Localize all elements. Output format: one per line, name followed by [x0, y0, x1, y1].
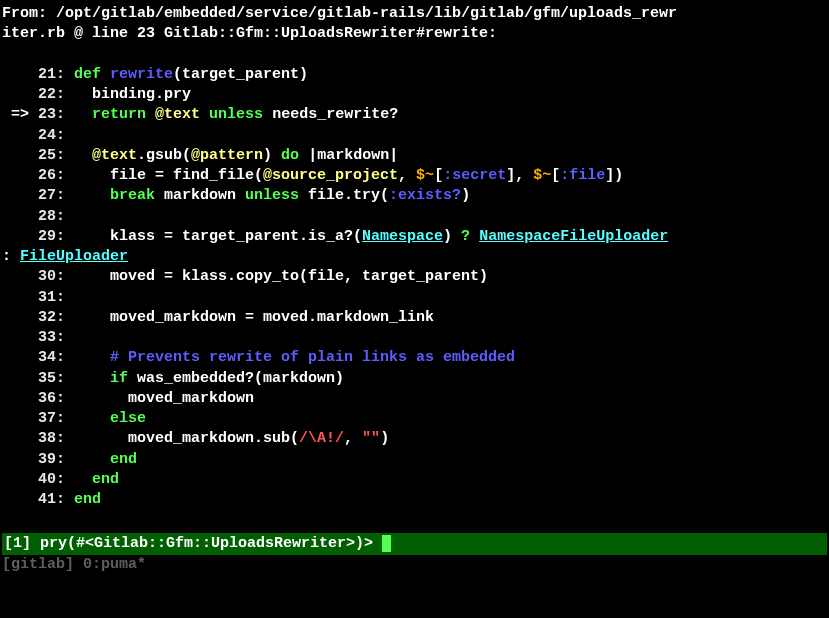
code-token: $~ [416, 167, 434, 184]
wrap-prefix: : [2, 248, 20, 265]
code-token: Namespace [362, 228, 443, 245]
code-token: unless [245, 187, 299, 204]
code-token: :exists? [389, 187, 461, 204]
line-number: 33: [38, 328, 74, 348]
code-line: 41: end [2, 490, 827, 510]
code-line: 37: else [2, 409, 827, 429]
code-line: 35: if was_embedded?(markdown) [2, 369, 827, 389]
code-line: 27: break markdown unless file.try(:exis… [2, 186, 827, 206]
code-line: 39: end [2, 450, 827, 470]
code-token: @text [155, 106, 200, 123]
code-token: NamespaceFileUploader [479, 228, 668, 245]
code-token: "" [362, 430, 380, 447]
code-token [470, 228, 479, 245]
code-line: 32: moved_markdown = moved.markdown_link [2, 308, 827, 328]
line-prefix [2, 66, 38, 83]
code-token: ? [461, 228, 470, 245]
code-token: ) [461, 187, 470, 204]
code-token: , [344, 430, 362, 447]
code-token: end [110, 451, 137, 468]
code-token: moved_markdown.sub( [74, 430, 299, 447]
code-token: file = find_file( [74, 167, 263, 184]
code-token: needs_rewrite? [263, 106, 398, 123]
code-token: do [281, 147, 299, 164]
code-token: ], [506, 167, 533, 184]
code-line: => 23: return @text unless needs_rewrite… [2, 105, 827, 125]
code-wrap-line: : FileUploader [2, 247, 827, 267]
from-path: /opt/gitlab/embedded/service/gitlab-rail… [2, 5, 677, 42]
code-token: moved_markdown = moved.markdown_link [74, 309, 434, 326]
code-line: 26: file = find_file(@source_project, $~… [2, 166, 827, 186]
line-number: 26: [38, 166, 74, 186]
line-prefix [2, 187, 38, 204]
class-name: FileUploader [20, 248, 128, 265]
code-token: binding.pry [74, 86, 191, 103]
line-number: 29: [38, 227, 74, 247]
from-label: From: [2, 5, 47, 22]
code-token [74, 106, 92, 123]
cursor-icon [382, 535, 391, 552]
pry-prompt[interactable]: [1] pry(#<Gitlab::Gfm::UploadsRewriter>)… [2, 533, 827, 555]
code-token: moved = klass.copy_to(file, target_paren… [74, 268, 488, 285]
code-token: unless [209, 106, 263, 123]
code-line: 24: [2, 126, 827, 146]
code-line: 33: [2, 328, 827, 348]
line-prefix: => [2, 106, 38, 123]
code-token: if [110, 370, 128, 387]
line-prefix [2, 208, 38, 225]
line-prefix [2, 451, 38, 468]
line-prefix [2, 289, 38, 306]
line-number: 36: [38, 389, 74, 409]
code-block: 21: def rewrite(target_parent) 22: bindi… [2, 65, 827, 247]
line-prefix [2, 390, 38, 407]
code-token: |markdown| [299, 147, 398, 164]
code-token: $~ [533, 167, 551, 184]
code-token: end [74, 491, 101, 508]
code-token: @source_project [263, 167, 398, 184]
code-line: 38: moved_markdown.sub(/\A!/, "") [2, 429, 827, 449]
line-number: 34: [38, 348, 74, 368]
line-number: 25: [38, 146, 74, 166]
code-token [74, 410, 110, 427]
code-token: [ [551, 167, 560, 184]
code-token [74, 451, 110, 468]
code-token [74, 349, 110, 366]
code-line: 25: @text.gsub(@pattern) do |markdown| [2, 146, 827, 166]
code-token [101, 66, 110, 83]
line-prefix [2, 491, 38, 508]
code-token: markdown [155, 187, 245, 204]
line-prefix [2, 329, 38, 346]
code-token: /\A!/ [299, 430, 344, 447]
code-token: rewrite [110, 66, 173, 83]
line-prefix [2, 370, 38, 387]
line-prefix [2, 309, 38, 326]
code-token: break [110, 187, 155, 204]
line-number: 23: [38, 105, 74, 125]
code-token: end [92, 471, 119, 488]
line-prefix [2, 228, 38, 245]
line-prefix [2, 268, 38, 285]
code-token: ]) [605, 167, 623, 184]
line-number: 27: [38, 186, 74, 206]
code-token [200, 106, 209, 123]
code-token: (target_parent) [173, 66, 308, 83]
code-token: :file [560, 167, 605, 184]
code-token: ) [263, 147, 281, 164]
line-prefix [2, 86, 38, 103]
code-token [74, 147, 92, 164]
from-header: From: /opt/gitlab/embedded/service/gitla… [2, 4, 827, 45]
code-line: 30: moved = klass.copy_to(file, target_p… [2, 267, 827, 287]
code-token: # Prevents rewrite of plain links as emb… [110, 349, 515, 366]
line-number: 40: [38, 470, 74, 490]
line-prefix [2, 430, 38, 447]
code-token: was_embedded?(markdown) [128, 370, 344, 387]
code-token: klass = target_parent.is_a?( [74, 228, 362, 245]
code-token: .gsub( [137, 147, 191, 164]
line-number: 38: [38, 429, 74, 449]
tmux-status: [gitlab] 0:puma* [2, 555, 827, 575]
code-line: 28: [2, 207, 827, 227]
code-line: 40: end [2, 470, 827, 490]
line-prefix [2, 349, 38, 366]
line-number: 39: [38, 450, 74, 470]
code-token: else [110, 410, 146, 427]
